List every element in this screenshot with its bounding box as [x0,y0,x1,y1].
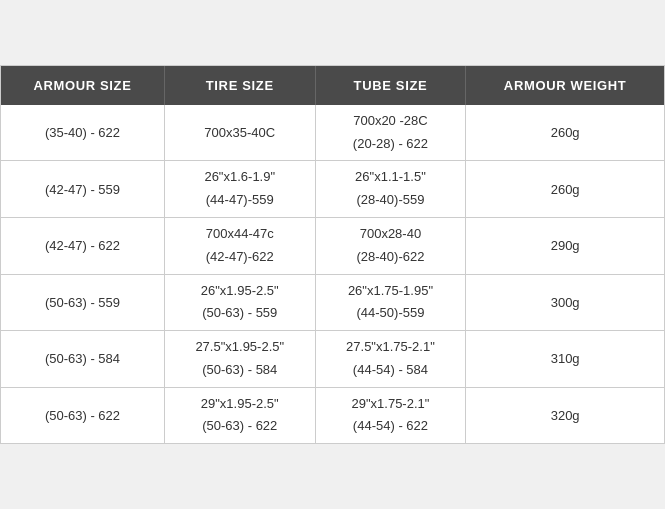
armour-size-cell: (50-63) - 559 [1,274,164,331]
table-container: ARMOUR SIZE TIRE SIZE TUBE SIZE ARMOUR W… [0,65,665,445]
tube-size-line1: 700x20 -28C [353,111,427,132]
tire-size-line1: 26"x1.95-2.5" [201,281,279,302]
tube-size-cell: 700x20 -28C(20-28) - 622 [315,105,466,161]
tube-size-line2: (20-28) - 622 [353,134,428,155]
armour-size-cell: (50-63) - 622 [1,387,164,443]
table-row: (35-40) - 622700x35-40C700x20 -28C(20-28… [1,105,664,161]
table-row: (50-63) - 62229"x1.95-2.5"(50-63) - 6222… [1,387,664,443]
tire-size-line1: 700x44-47c [206,224,274,245]
tire-size-cell: 27.5"x1.95-2.5"(50-63) - 584 [164,331,315,388]
tube-size-line2: (44-50)-559 [356,303,424,324]
weight-cell: 260g [466,105,664,161]
armour-size-cell: (50-63) - 584 [1,331,164,388]
tube-size-line2: (44-54) - 622 [353,416,428,437]
header-tire-size: TIRE SIZE [164,66,315,105]
tube-size-cell: 29"x1.75-2.1"(44-54) - 622 [315,387,466,443]
tire-size-line1: 26"x1.6-1.9" [204,167,275,188]
header-armour-weight: ARMOUR WEIGHT [466,66,664,105]
armour-size-cell: (42-47) - 559 [1,161,164,218]
armour-size-table: ARMOUR SIZE TIRE SIZE TUBE SIZE ARMOUR W… [1,66,664,444]
table-header-row: ARMOUR SIZE TIRE SIZE TUBE SIZE ARMOUR W… [1,66,664,105]
tire-size-line2: (44-47)-559 [206,190,274,211]
weight-cell: 320g [466,387,664,443]
tire-size-line2: (42-47)-622 [206,247,274,268]
tube-size-line1: 27.5"x1.75-2.1" [346,337,435,358]
tube-size-line1: 700x28-40 [360,224,421,245]
tire-size-line1: 29"x1.95-2.5" [201,394,279,415]
tube-size-line2: (28-40)-622 [356,247,424,268]
weight-cell: 310g [466,331,664,388]
tire-size-cell: 26"x1.95-2.5"(50-63) - 559 [164,274,315,331]
table-row: (42-47) - 55926"x1.6-1.9"(44-47)-55926"x… [1,161,664,218]
table-row: (50-63) - 55926"x1.95-2.5"(50-63) - 5592… [1,274,664,331]
tube-size-line1: 29"x1.75-2.1" [351,394,429,415]
tube-size-line1: 26"x1.75-1.95" [348,281,433,302]
tube-size-cell: 26"x1.1-1.5"(28-40)-559 [315,161,466,218]
table-row: (42-47) - 622700x44-47c(42-47)-622700x28… [1,217,664,274]
weight-cell: 290g [466,217,664,274]
tube-size-cell: 27.5"x1.75-2.1"(44-54) - 584 [315,331,466,388]
weight-cell: 260g [466,161,664,218]
tire-size-cell: 26"x1.6-1.9"(44-47)-559 [164,161,315,218]
tire-size-line2: (50-63) - 559 [202,303,277,324]
tire-size-cell: 29"x1.95-2.5"(50-63) - 622 [164,387,315,443]
header-armour-size: ARMOUR SIZE [1,66,164,105]
tube-size-line2: (44-54) - 584 [353,360,428,381]
tire-size-cell: 700x44-47c(42-47)-622 [164,217,315,274]
table-row: (50-63) - 58427.5"x1.95-2.5"(50-63) - 58… [1,331,664,388]
armour-size-cell: (35-40) - 622 [1,105,164,161]
header-tube-size: TUBE SIZE [315,66,466,105]
tire-size-line2: (50-63) - 584 [202,360,277,381]
tube-size-cell: 26"x1.75-1.95"(44-50)-559 [315,274,466,331]
tube-size-line1: 26"x1.1-1.5" [355,167,426,188]
tube-size-line2: (28-40)-559 [356,190,424,211]
tire-size-line1: 27.5"x1.95-2.5" [195,337,284,358]
tire-size-cell: 700x35-40C [164,105,315,161]
weight-cell: 300g [466,274,664,331]
tube-size-cell: 700x28-40(28-40)-622 [315,217,466,274]
tire-size-line2: (50-63) - 622 [202,416,277,437]
armour-size-cell: (42-47) - 622 [1,217,164,274]
